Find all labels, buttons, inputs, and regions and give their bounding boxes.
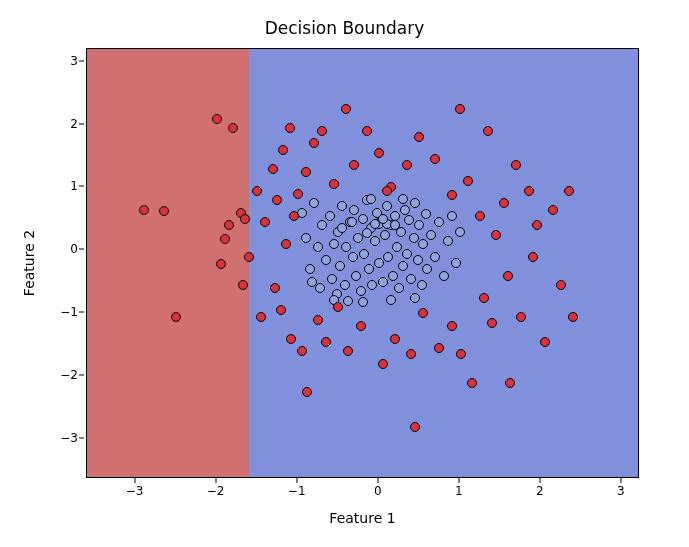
data-point: [244, 252, 254, 262]
data-point: [413, 255, 423, 265]
data-point: [343, 346, 353, 356]
y-axis-label: Feature 2: [20, 48, 38, 478]
data-point: [337, 223, 347, 233]
data-point: [228, 123, 238, 133]
data-point: [402, 249, 412, 259]
data-point: [380, 230, 390, 240]
data-point: [343, 296, 353, 306]
data-point: [556, 280, 566, 290]
data-point: [351, 271, 361, 281]
data-point: [410, 293, 420, 303]
y-tick-label: 1: [70, 179, 78, 193]
data-point: [313, 242, 323, 252]
figure: Decision Boundary −3−2−10123 −3−2−10123 …: [0, 0, 689, 547]
data-point: [321, 337, 331, 347]
data-point: [430, 252, 440, 262]
x-tick-label: 0: [374, 484, 382, 498]
data-point: [358, 214, 368, 224]
data-point: [252, 186, 262, 196]
x-ticks: −3−2−10123: [86, 484, 639, 502]
data-point: [382, 186, 392, 196]
data-point: [256, 312, 266, 322]
data-point: [349, 205, 359, 215]
data-point: [479, 293, 489, 303]
axes: [86, 48, 639, 478]
data-point: [505, 378, 515, 388]
data-point: [348, 252, 358, 262]
data-point: [293, 189, 303, 199]
data-point: [383, 252, 393, 262]
chart-title: Decision Boundary: [0, 18, 689, 38]
data-point: [390, 220, 400, 230]
data-point: [356, 321, 366, 331]
data-point: [382, 201, 392, 211]
data-point: [341, 242, 351, 252]
data-point: [220, 234, 230, 244]
data-point: [341, 104, 351, 114]
data-point: [456, 349, 466, 359]
data-point: [487, 318, 497, 328]
data-point: [410, 198, 420, 208]
data-point: [270, 283, 280, 293]
data-point: [511, 160, 521, 170]
data-point: [289, 211, 299, 221]
data-point: [329, 179, 339, 189]
data-point: [281, 239, 291, 249]
x-tick-label: 3: [617, 484, 625, 498]
data-point: [378, 277, 388, 287]
data-point: [139, 205, 149, 215]
data-point: [418, 239, 428, 249]
data-point: [451, 258, 461, 268]
data-point: [313, 315, 323, 325]
y-tick-label: −2: [60, 368, 78, 382]
data-point: [268, 164, 278, 174]
data-point: [359, 249, 369, 259]
data-point: [491, 230, 501, 240]
data-point: [315, 283, 325, 293]
data-point: [286, 334, 296, 344]
data-point: [406, 274, 416, 284]
data-point: [447, 190, 457, 200]
y-tick-label: 2: [70, 117, 78, 131]
data-point: [421, 209, 431, 219]
y-tick-label: 0: [70, 242, 78, 256]
x-axis-label: Feature 1: [86, 510, 639, 526]
data-point: [159, 206, 169, 216]
data-point: [367, 280, 377, 290]
data-point: [325, 211, 335, 221]
y-tick-label: −3: [60, 431, 78, 445]
data-point: [568, 312, 578, 322]
data-point: [309, 198, 319, 208]
data-point: [540, 337, 550, 347]
data-point: [418, 308, 428, 318]
data-point: [402, 160, 412, 170]
data-point: [392, 242, 402, 252]
data-point: [404, 215, 414, 225]
x-tick-label: −1: [288, 484, 306, 498]
data-point: [564, 186, 574, 196]
data-point: [340, 280, 350, 290]
data-point: [276, 305, 286, 315]
data-point: [374, 148, 384, 158]
data-point: [362, 228, 372, 238]
data-point: [398, 194, 408, 204]
data-point: [475, 211, 485, 221]
data-point: [327, 274, 337, 284]
x-tick-label: −3: [126, 484, 144, 498]
data-point: [335, 261, 345, 271]
data-point: [238, 280, 248, 290]
data-point: [467, 378, 477, 388]
data-point: [426, 230, 436, 240]
data-point: [398, 261, 408, 271]
data-point: [499, 198, 509, 208]
data-point: [297, 346, 307, 356]
data-point: [434, 217, 444, 227]
x-tick-label: 1: [455, 484, 463, 498]
data-point: [212, 114, 222, 124]
data-point: [406, 349, 416, 359]
data-point: [414, 220, 424, 230]
data-point: [321, 255, 331, 265]
data-point: [483, 126, 493, 136]
data-point: [356, 286, 366, 296]
data-point: [240, 214, 250, 224]
